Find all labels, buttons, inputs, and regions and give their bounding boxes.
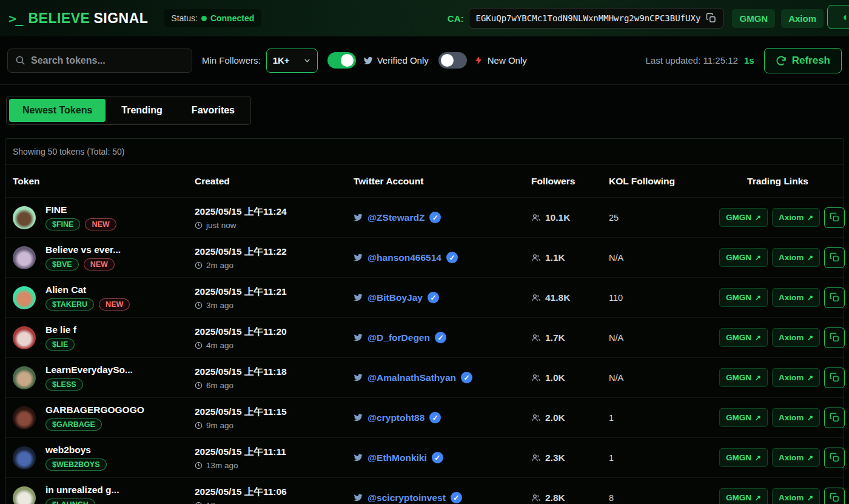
created-ago-text: 6m ago bbox=[206, 381, 233, 390]
followers-cell: 2.0K bbox=[531, 412, 609, 423]
verified-badge-icon: ✓ bbox=[451, 492, 462, 503]
ticker-badge: $LESS bbox=[45, 378, 83, 391]
twitter-icon bbox=[354, 453, 363, 462]
axiom-trade-link[interactable]: Axiom ↗ bbox=[772, 208, 820, 227]
token-avatar[interactable] bbox=[13, 406, 36, 429]
gmgn-trade-label: GMGN bbox=[726, 253, 751, 262]
people-icon bbox=[531, 493, 541, 503]
created-ago: 6m ago bbox=[195, 381, 354, 390]
copy-token-ca-button[interactable] bbox=[824, 287, 845, 308]
twitter-handle: @hanson466514 bbox=[367, 252, 441, 263]
tab-favorites[interactable]: Favorites bbox=[178, 99, 248, 122]
twitter-account-link[interactable]: @cryptoht88 ✓ bbox=[354, 412, 531, 423]
people-icon bbox=[531, 213, 541, 223]
gmgn-trade-link[interactable]: GMGN ↗ bbox=[719, 288, 768, 307]
copy-token-ca-button[interactable] bbox=[824, 368, 845, 388]
twitter-account-link[interactable]: @AmalnathSathyan ✓ bbox=[354, 372, 531, 383]
people-icon bbox=[531, 373, 541, 383]
token-avatar[interactable] bbox=[13, 366, 36, 389]
followers-count: 1.1K bbox=[545, 252, 565, 263]
copy-token-ca-button[interactable] bbox=[824, 488, 845, 504]
token-avatar[interactable] bbox=[13, 446, 36, 469]
ca-input-box bbox=[469, 8, 723, 29]
brand-second: SIGNAL bbox=[93, 10, 148, 26]
last-updated-label: Last updated: bbox=[645, 55, 700, 66]
toggle-knob bbox=[441, 54, 454, 67]
token-avatar[interactable] bbox=[13, 206, 36, 229]
created-date: 2025/05/15 上午11:18 bbox=[195, 366, 354, 378]
min-followers-select[interactable]: 1K+ bbox=[266, 49, 318, 73]
followers-count: 2.3K bbox=[545, 452, 565, 463]
token-badges: $FINE NEW bbox=[45, 218, 116, 230]
gmgn-header-link[interactable]: GMGN bbox=[732, 9, 775, 28]
axiom-trade-link[interactable]: Axiom ↗ bbox=[772, 408, 820, 427]
refresh-button[interactable]: Refresh bbox=[764, 48, 842, 73]
token-avatar[interactable] bbox=[13, 246, 36, 269]
people-icon bbox=[531, 333, 541, 343]
twitter-account-link[interactable]: @EthMonkiki ✓ bbox=[354, 452, 531, 463]
table-body: FINE $FINE NEW 2025/05/15 上午11:24 just n… bbox=[5, 198, 844, 504]
twitter-account-link[interactable]: @BitBoyJay ✓ bbox=[354, 292, 531, 303]
tab-group: Newest Tokens Trending Favorites bbox=[6, 96, 251, 125]
search-input[interactable] bbox=[31, 55, 184, 66]
verified-badge-icon: ✓ bbox=[461, 372, 472, 383]
axiom-trade-link[interactable]: Axiom ↗ bbox=[772, 288, 820, 307]
app-header: >_ BELIEVESIGNAL Status: Connected CA: G… bbox=[0, 0, 849, 36]
gmgn-trade-link[interactable]: GMGN ↗ bbox=[719, 488, 768, 504]
gmgn-trade-label: GMGN bbox=[726, 413, 751, 422]
created-cell: 2025/05/15 上午11:11 13m ago bbox=[195, 446, 354, 470]
axiom-trade-link[interactable]: Axiom ↗ bbox=[772, 248, 820, 267]
external-link-icon: ↗ bbox=[807, 414, 813, 422]
twitter-account-link[interactable]: @scicryptoinvest ✓ bbox=[354, 492, 531, 503]
axiom-trade-link[interactable]: Axiom ↗ bbox=[772, 488, 820, 504]
external-link-icon: ↗ bbox=[807, 494, 813, 502]
copy-token-ca-button[interactable] bbox=[824, 328, 845, 348]
tab-trending[interactable]: Trending bbox=[108, 99, 176, 122]
twitter-account-link[interactable]: @D_forDegen ✓ bbox=[354, 332, 531, 343]
header-edge-button[interactable]: ◖ bbox=[827, 5, 849, 29]
new-only-toggle[interactable] bbox=[438, 52, 467, 69]
copy-icon bbox=[830, 292, 840, 303]
refresh-label: Refresh bbox=[792, 55, 830, 67]
copy-token-ca-button[interactable] bbox=[824, 448, 845, 468]
token-avatar[interactable] bbox=[13, 326, 36, 349]
twitter-handle: @EthMonkiki bbox=[367, 452, 427, 463]
gmgn-trade-link[interactable]: GMGN ↗ bbox=[719, 208, 768, 227]
created-ago: 13m ago bbox=[195, 461, 354, 470]
token-meta: Be lie f $LIE bbox=[45, 324, 76, 351]
clock-icon bbox=[195, 502, 203, 504]
axiom-header-link[interactable]: Axiom bbox=[781, 9, 824, 28]
gmgn-trade-link[interactable]: GMGN ↗ bbox=[719, 408, 768, 427]
gmgn-trade-link[interactable]: GMGN ↗ bbox=[719, 448, 768, 467]
token-avatar[interactable] bbox=[13, 286, 36, 309]
axiom-trade-link[interactable]: Axiom ↗ bbox=[772, 328, 820, 347]
verified-only-filter: Verified Only bbox=[363, 55, 429, 66]
twitter-account-link[interactable]: @hanson466514 ✓ bbox=[354, 252, 531, 263]
token-meta: GARBAGERGOGOGO $GARBAGE bbox=[45, 405, 144, 431]
copy-token-ca-button[interactable] bbox=[824, 207, 845, 228]
axiom-trade-link[interactable]: Axiom ↗ bbox=[772, 448, 820, 467]
gmgn-trade-link[interactable]: GMGN ↗ bbox=[719, 248, 768, 267]
tab-newest-tokens[interactable]: Newest Tokens bbox=[9, 99, 106, 122]
lightning-bolt-icon bbox=[474, 55, 483, 66]
contract-address-group: CA: bbox=[448, 8, 724, 29]
axiom-trade-link[interactable]: Axiom ↗ bbox=[772, 368, 820, 387]
verified-only-toggle[interactable] bbox=[327, 52, 356, 69]
token-avatar[interactable] bbox=[13, 486, 36, 504]
external-link-icon: ↗ bbox=[755, 494, 761, 502]
created-ago-text: 9m ago bbox=[206, 421, 233, 430]
copy-icon bbox=[830, 372, 840, 383]
copy-icon bbox=[830, 492, 840, 503]
toggle-knob bbox=[341, 54, 354, 67]
twitter-account-link[interactable]: @ZStewardZ ✓ bbox=[354, 212, 531, 223]
ca-input[interactable] bbox=[475, 13, 701, 23]
copy-icon bbox=[830, 412, 840, 423]
copy-token-ca-button[interactable] bbox=[824, 408, 845, 428]
gmgn-trade-link[interactable]: GMGN ↗ bbox=[719, 328, 768, 347]
copy-token-ca-button[interactable] bbox=[824, 247, 845, 268]
new-badge: NEW bbox=[99, 298, 130, 311]
clock-icon bbox=[195, 422, 203, 429]
followers-count: 10.1K bbox=[545, 212, 570, 223]
gmgn-trade-link[interactable]: GMGN ↗ bbox=[719, 368, 768, 387]
ca-copy-button[interactable] bbox=[706, 13, 717, 24]
